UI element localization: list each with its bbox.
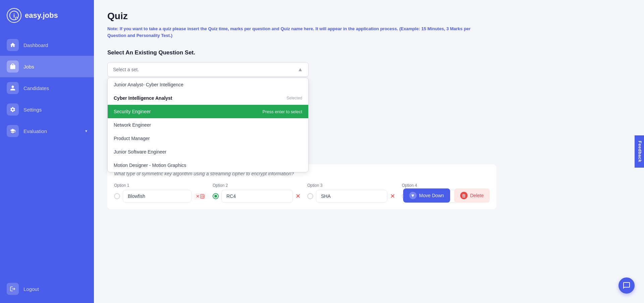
dropdown-item-motion-designer[interactable]: Motion Designer - Motion Graphics	[108, 159, 308, 172]
sidebar-item-jobs[interactable]: Jobs	[0, 56, 94, 77]
selected-badge: Selected	[286, 96, 302, 100]
dropdown-trigger[interactable]: Select a set. ▲	[107, 62, 309, 77]
option-2-input[interactable]	[221, 190, 293, 203]
logout-icon	[7, 283, 19, 295]
delete-icon: 🗑	[460, 192, 468, 199]
sidebar-item-label: Evaluation	[23, 128, 47, 134]
dropdown-item-security-engineer[interactable]: Security Engineer Press enter to select	[108, 105, 308, 118]
sidebar-item-label: Candidates	[23, 85, 49, 91]
option-3-radio[interactable]	[307, 193, 313, 199]
option-2-label: Option 2	[213, 183, 301, 188]
dropdown-menu: Junior Analyst- Cyber Intelligence Cyber…	[107, 78, 309, 172]
sidebar-item-label: Logout	[23, 286, 39, 292]
dropdown-item-label: Network Engineer	[114, 122, 151, 128]
dropdown-item-network-engineer[interactable]: Network Engineer	[108, 118, 308, 132]
svg-point-2	[15, 17, 17, 19]
option-3-input[interactable]	[316, 190, 387, 203]
page-title: Quiz	[107, 11, 483, 21]
dropdown-item-label: Cyber Intelligence Analyst	[114, 95, 172, 101]
sidebar-item-evaluation[interactable]: Evaluation ▾	[0, 120, 94, 142]
option-group-2: Option 2 ✕	[213, 183, 301, 203]
logo-text: easy.jobs	[25, 11, 58, 20]
dropdown-item-junior-analyst[interactable]: Junior Analyst- Cyber Intelligence	[108, 78, 308, 91]
option-2-clear[interactable]: ✕	[296, 192, 301, 200]
sidebar-navigation: Dashboard Jobs Candidates Settings Evalu…	[0, 31, 94, 278]
sidebar: i easy.jobs Dashboard Jobs Candidates	[0, 0, 94, 303]
logo-icon: i	[7, 8, 21, 23]
dropdown-item-label: Security Engineer	[114, 109, 151, 114]
option-1-input-row: ✕ ⊟	[114, 190, 206, 203]
sidebar-item-candidates[interactable]: Candidates	[0, 77, 94, 99]
dropdown-item-label: Junior Analyst- Cyber Intelligence	[114, 82, 183, 87]
option-1-label: Option 1	[114, 183, 206, 188]
dropdown-item-cyber-intelligence[interactable]: Cyber Intelligence Analyst Selected	[108, 91, 308, 105]
evaluation-icon	[7, 125, 19, 137]
clear-box-icon: ⊟	[200, 194, 204, 199]
dropdown-placeholder: Select a set.	[113, 67, 139, 72]
option-group-1: Option 1 ✕ ⊟	[114, 183, 206, 203]
settings-icon	[7, 103, 19, 116]
dropdown-item-label: Junior Software Engineer	[114, 149, 166, 155]
feedback-tab[interactable]: Feedback	[635, 135, 644, 168]
option-1-radio[interactable]	[114, 193, 120, 199]
svg-text:i: i	[13, 13, 15, 18]
option-2-radio[interactable]	[213, 193, 219, 199]
press-enter-label: Press enter to select	[263, 109, 303, 114]
candidates-icon	[7, 82, 19, 94]
note-body: If you want to take a quiz please insert…	[107, 26, 471, 38]
action-buttons: ▼ Move Down 🗑 Delete	[403, 188, 490, 203]
jobs-icon	[7, 60, 19, 73]
chat-bubble-button[interactable]	[619, 277, 635, 294]
dropdown-item-product-manager[interactable]: Product Manager	[108, 132, 308, 145]
option-2-input-row: ✕	[213, 190, 301, 203]
delete-button[interactable]: 🗑 Delete	[454, 188, 490, 203]
clear-text-icon: ✕	[196, 194, 200, 199]
option-3-label: Option 3	[307, 183, 395, 188]
sidebar-item-label: Jobs	[23, 64, 34, 70]
sidebar-logo[interactable]: i easy.jobs	[0, 0, 94, 31]
option-3-clear[interactable]: ✕	[390, 192, 395, 200]
dropdown-item-label: Motion Designer - Motion Graphics	[114, 163, 186, 168]
section-title: Select An Existing Question Set.	[107, 49, 483, 56]
note-paragraph: Note: If you want to take a quiz please …	[107, 26, 483, 39]
chevron-up-icon: ▲	[298, 67, 303, 73]
chevron-down-icon: ▾	[85, 129, 87, 133]
sidebar-item-dashboard[interactable]: Dashboard	[0, 34, 94, 56]
question-set-dropdown[interactable]: Select a set. ▲ Junior Analyst- Cyber In…	[107, 62, 309, 77]
dropdown-item-label: Product Manager	[114, 136, 150, 141]
sidebar-item-logout[interactable]: Logout	[0, 278, 94, 300]
option-group-3: Option 3 ✕	[307, 183, 395, 203]
move-down-icon: ▼	[409, 192, 417, 199]
option-1-clear[interactable]: ✕ ⊟	[194, 193, 206, 200]
home-icon	[7, 39, 19, 51]
option-1-input[interactable]	[123, 190, 192, 203]
move-down-button[interactable]: ▼ Move Down	[403, 188, 450, 203]
note-prefix: Note:	[107, 26, 118, 31]
main-content: Quiz Note: If you want to take a quiz pl…	[94, 0, 644, 303]
option-4-label: Option 4	[402, 183, 490, 188]
dropdown-item-junior-software[interactable]: Junior Software Engineer	[108, 145, 308, 159]
option-3-input-row: ✕	[307, 190, 395, 203]
sidebar-item-label: Settings	[23, 107, 42, 113]
sidebar-item-label: Dashboard	[23, 42, 48, 48]
sidebar-item-settings[interactable]: Settings	[0, 99, 94, 120]
